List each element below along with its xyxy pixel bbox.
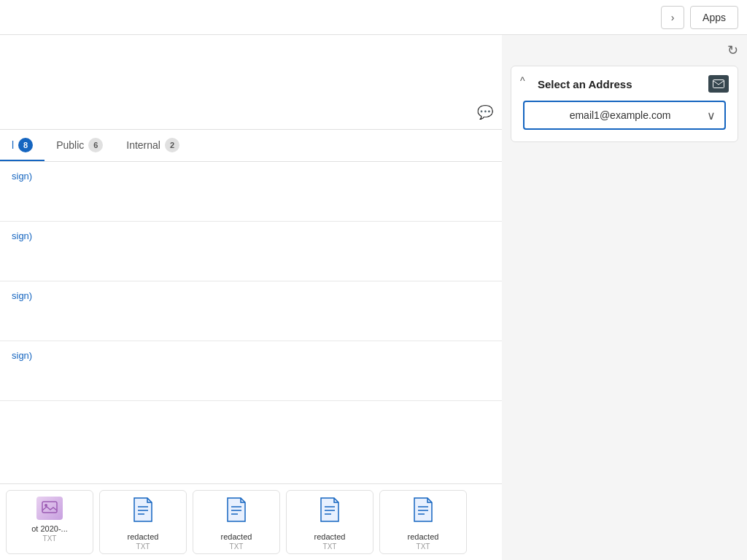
file-type-2: TXT xyxy=(136,542,150,551)
right-panel: ↻ ^ Select an Address email1@example.com… xyxy=(502,35,747,560)
file-type-1: TXT xyxy=(43,534,57,542)
dropdown-chevron-icon: ∨ xyxy=(707,109,716,122)
select-address-title: Select an Address xyxy=(523,78,726,90)
tab-all[interactable]: l 8 xyxy=(0,130,44,161)
file-card-3[interactable]: redacted TXT xyxy=(193,490,280,554)
header: › Apps xyxy=(0,0,747,35)
doc-file-icon-3 xyxy=(225,497,248,528)
tab-all-badge: 8 xyxy=(18,138,33,152)
list-item[interactable]: sign) xyxy=(0,222,502,281)
file-card-2[interactable]: redacted TXT xyxy=(99,490,187,554)
file-type-5: TXT xyxy=(417,542,430,551)
address-select-value: email1@example.com xyxy=(533,109,707,121)
list-item-sign-2: sign) xyxy=(12,230,490,241)
files-area: ot 2020-... TXT redacted TXT xyxy=(0,483,502,560)
apps-button[interactable]: Apps xyxy=(690,6,738,29)
file-name-2: redacted xyxy=(103,532,183,541)
svg-rect-0 xyxy=(42,502,57,513)
list-item-sign-3: sign) xyxy=(12,290,490,301)
apps-label: Apps xyxy=(703,12,726,23)
file-card-4[interactable]: redacted TXT xyxy=(286,490,374,554)
tab-public-label: Public xyxy=(56,139,84,151)
chevron-button[interactable]: › xyxy=(661,6,684,29)
file-type-3: TXT xyxy=(230,542,244,551)
list-item[interactable]: sign) xyxy=(0,162,502,222)
refresh-icon[interactable]: ↻ xyxy=(727,42,738,58)
tab-internal-label: Internal xyxy=(126,139,160,151)
collapse-icon[interactable]: ^ xyxy=(520,75,525,87)
right-panel-header: ↻ xyxy=(502,35,747,66)
file-card-1[interactable]: ot 2020-... TXT xyxy=(6,490,93,554)
tab-internal-badge: 2 xyxy=(165,138,179,152)
list-item-sign-1: sign) xyxy=(12,171,490,182)
tab-public-badge: 6 xyxy=(88,138,103,152)
list-item[interactable]: sign) xyxy=(0,341,502,401)
doc-file-icon-4 xyxy=(318,497,341,528)
tab-all-label: l xyxy=(12,139,14,151)
image-file-icon xyxy=(36,497,63,520)
doc-file-icon-2 xyxy=(131,497,155,528)
email-icon xyxy=(708,75,729,93)
tabs-row: l 8 Public 6 Internal 2 xyxy=(0,130,502,162)
file-name-3: redacted xyxy=(196,532,276,541)
file-name-1: ot 2020-... xyxy=(9,524,90,533)
chat-icon[interactable]: 💬 xyxy=(477,104,493,120)
tab-public[interactable]: Public 6 xyxy=(44,130,115,161)
list-item-sign-4: sign) xyxy=(12,350,490,361)
message-area: 💬 xyxy=(0,35,502,130)
file-type-4: TXT xyxy=(323,542,337,551)
address-select-dropdown[interactable]: email1@example.com ∨ xyxy=(523,101,726,130)
chevron-right-icon: › xyxy=(671,12,675,23)
address-card: ^ Select an Address email1@example.com ∨ xyxy=(511,66,738,142)
doc-file-icon-5 xyxy=(411,497,435,528)
list-item[interactable]: sign) xyxy=(0,281,502,341)
file-name-4: redacted xyxy=(290,532,370,541)
file-name-5: redacted xyxy=(383,532,463,541)
tab-internal[interactable]: Internal 2 xyxy=(115,130,191,161)
file-card-5[interactable]: redacted TXT xyxy=(379,490,467,554)
main-panel: 💬 l 8 Public 6 Internal 2 sign) sign) si… xyxy=(0,35,502,560)
svg-rect-14 xyxy=(713,80,724,88)
